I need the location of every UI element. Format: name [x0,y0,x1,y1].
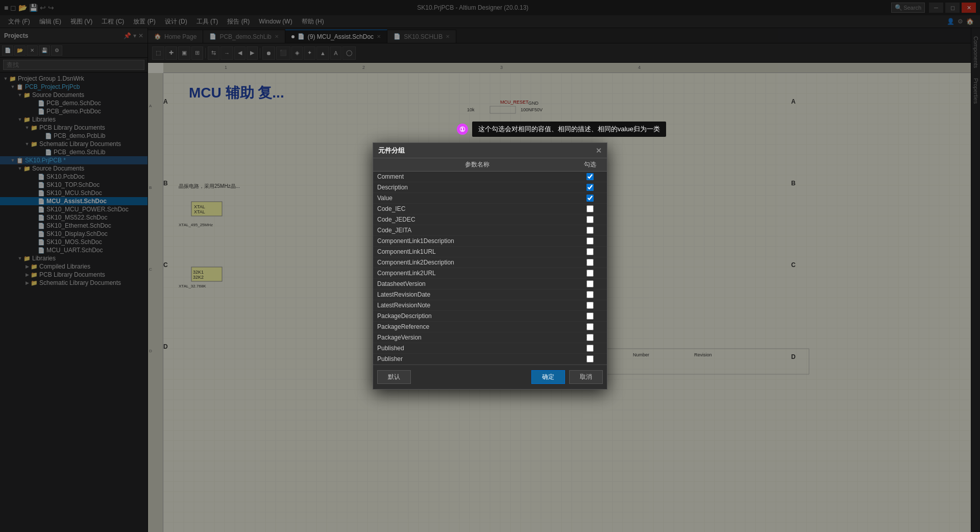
dialog-row-label-17: Publisher [377,355,577,362]
dialog-row-label-7: ComponentLink1URL [377,248,577,255]
dialog-row-10: DatasheetVersion [373,279,607,289]
dialog-row-8: ComponentLink2Description [373,257,607,268]
dialog-row-label-13: PackageDescription [377,312,577,320]
dialog-row-check-11[interactable] [577,291,603,298]
dialog-overlay[interactable]: 元件分组 ✕ 参数名称 勾选 Comment Description Value [0,0,980,532]
dialog-checkbox-9[interactable] [586,270,594,277]
dialog-checkbox-11[interactable] [586,291,594,298]
dialog-row-label-0: Comment [377,173,577,180]
dialog-row-check-1[interactable] [577,184,603,191]
dialog-footer: 默认 确定 取消 [373,365,607,389]
dialog-row-label-5: Code_JEITA [377,227,577,234]
dialog-checkbox-17[interactable] [586,355,594,362]
dialog-content: 参数名称 勾选 Comment Description Value Code_I… [373,158,607,365]
dialog-checkbox-3[interactable] [586,205,594,212]
dialog-table-header: 参数名称 勾选 [373,158,607,172]
dialog-close-button[interactable]: ✕ [596,147,602,155]
dialog-cancel-button[interactable]: 取消 [569,370,603,384]
dialog-checkbox-7[interactable] [586,248,594,255]
dialog-row-5: Code_JEITA [373,225,607,236]
dialog-row-check-0[interactable] [577,173,603,180]
dialog-row-label-2: Value [377,195,577,202]
dialog-checkbox-2[interactable] [586,195,594,202]
dialog-row-6: ComponentLink1Description [373,236,607,247]
dialog-row-label-8: ComponentLink2Description [377,259,577,266]
dialog-checkbox-14[interactable] [586,323,594,330]
dialog-row-check-17[interactable] [577,355,603,362]
dialog-row-label-10: DatasheetVersion [377,280,577,287]
tooltip: ① 这个勾选会对相同的容值、相同的描述、相同的value归为一类 [457,122,837,137]
dialog-row-4: Code_JEDEC [373,214,607,225]
dialog-checkbox-12[interactable] [586,302,594,309]
dialog-row-label-1: Description [377,184,577,191]
dialog-row-0: Comment [373,172,607,182]
dialog-row-label-3: Code_IEC [377,205,577,212]
dialog-row-check-8[interactable] [577,259,603,266]
tooltip-badge: ① [457,124,468,135]
dialog-row-3: Code_IEC [373,204,607,214]
dialog-checkbox-15[interactable] [586,334,594,341]
dialog-checkbox-8[interactable] [586,259,594,266]
dialog-row-16: Published [373,343,607,354]
dialog-rows-container: Comment Description Value Code_IEC Code_… [373,172,607,365]
dialog-row-check-9[interactable] [577,270,603,277]
dialog-title-text: 元件分组 [378,146,405,155]
dialog-checkbox-4[interactable] [586,216,594,223]
dialog-row-check-3[interactable] [577,205,603,212]
dialog-row-check-16[interactable] [577,345,603,352]
dialog-checkbox-1[interactable] [586,184,594,191]
dialog-row-check-7[interactable] [577,248,603,255]
col-check: 勾选 [577,160,603,169]
dialog-row-label-16: Published [377,345,577,352]
dialog-row-check-15[interactable] [577,334,603,341]
dialog-row-label-11: LatestRevisionDate [377,291,577,298]
dialog-row-9: ComponentLink2URL [373,268,607,279]
dialog-checkbox-10[interactable] [586,280,594,287]
dialog-row-check-10[interactable] [577,280,603,287]
dialog-checkbox-16[interactable] [586,345,594,352]
dialog-row-12: LatestRevisionNote [373,300,607,311]
dialog-row-check-14[interactable] [577,323,603,330]
dialog-row-label-14: PackageReference [377,323,577,330]
dialog-row-1: Description [373,182,607,193]
dialog-ok-button[interactable]: 确定 [531,370,565,384]
dialog-row-check-12[interactable] [577,302,603,309]
dialog-row-label-6: ComponentLink1Description [377,237,577,245]
dialog-row-check-5[interactable] [577,227,603,234]
component-group-dialog: 元件分组 ✕ 参数名称 勾选 Comment Description Value [373,142,607,390]
dialog-row-check-2[interactable] [577,195,603,202]
dialog-row-check-13[interactable] [577,312,603,320]
dialog-title-bar: 元件分组 ✕ [373,143,607,158]
dialog-row-label-4: Code_JEDEC [377,216,577,223]
tooltip-text: 这个勾选会对相同的容值、相同的描述、相同的value归为一类 [472,122,666,137]
dialog-row-label-15: PackageVersion [377,334,577,341]
dialog-checkbox-0[interactable] [586,173,594,180]
dialog-checkbox-6[interactable] [586,237,594,245]
dialog-row-label-9: ComponentLink2URL [377,270,577,277]
dialog-row-14: PackageReference [373,322,607,332]
dialog-row-check-4[interactable] [577,216,603,223]
col-param-name: 参数名称 [377,160,577,169]
dialog-row-2: Value [373,193,607,204]
dialog-row-15: PackageVersion [373,332,607,343]
dialog-row-check-6[interactable] [577,237,603,245]
dialog-checkbox-5[interactable] [586,227,594,234]
dialog-row-7: ComponentLink1URL [373,247,607,257]
dialog-checkbox-13[interactable] [586,312,594,320]
dialog-row-17: Publisher [373,354,607,365]
dialog-row-11: LatestRevisionDate [373,289,607,300]
dialog-row-label-12: LatestRevisionNote [377,302,577,309]
dialog-default-button[interactable]: 默认 [377,370,411,384]
dialog-row-13: PackageDescription [373,311,607,322]
